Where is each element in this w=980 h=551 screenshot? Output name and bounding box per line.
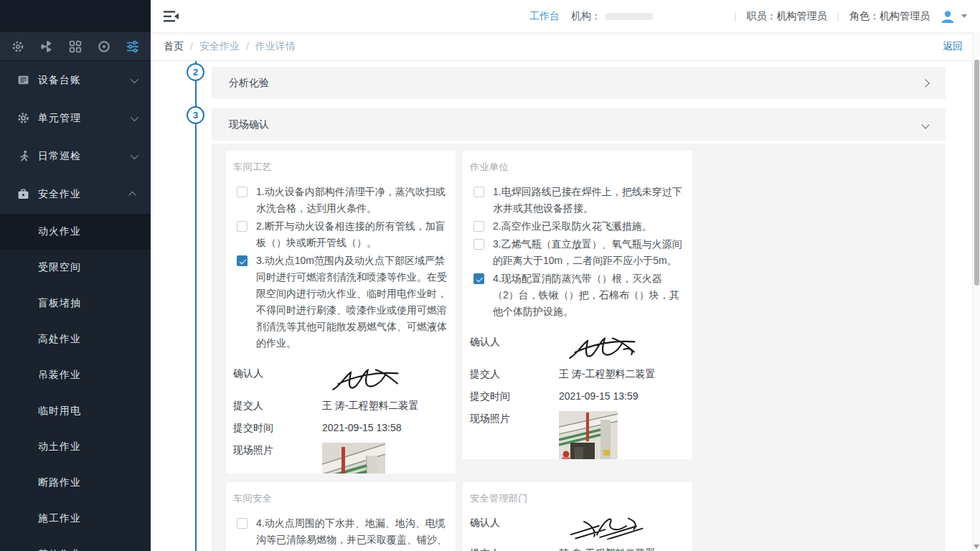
sidebar-logo-area bbox=[0, 0, 151, 32]
subitem-label: 断路作业 bbox=[38, 476, 81, 489]
checklist-item: 3.动火点10m范围内及动火点下部区域严禁同时进行可燃溶剂清洗和喷漆等作业。在受… bbox=[233, 253, 448, 352]
site-photo-label: 现场照片 bbox=[233, 443, 322, 474]
menu-fold-icon[interactable] bbox=[164, 10, 179, 23]
user-avatar-icon[interactable] bbox=[940, 9, 956, 24]
safety-work-submenu: 动火作业 受限空间 盲板堵抽 高处作业 吊装作业 临时用电 动土作业 断路作业 … bbox=[0, 214, 151, 551]
sidebar-item-unit-management[interactable]: 单元管理 bbox=[0, 99, 151, 137]
card-column-right: 作业单位 1.电焊回路线已接在焊件上，把线未穿过下水井或其他设备搭接。 2.高空… bbox=[463, 151, 692, 551]
checklist-item: 2.断开与动火设备相连接的所有管线，加盲板（）块或断开管线（）。 bbox=[233, 218, 448, 251]
breadcrumb-work-detail: 作业详情 bbox=[255, 40, 296, 53]
panel-site-confirmation[interactable]: 现场确认 bbox=[212, 108, 946, 141]
sidebar-item-label: 单元管理 bbox=[38, 112, 131, 125]
card-title: 车间工艺 bbox=[233, 161, 448, 174]
checkbox[interactable] bbox=[237, 187, 248, 197]
submitter-value: 王 涛-工程塑料二装置 bbox=[322, 398, 419, 414]
checklist-item-text: 3.动火点10m范围内及动火点下部区域严禁同时进行可燃溶剂清洗和喷漆等作业。在受… bbox=[256, 253, 448, 352]
target-icon[interactable] bbox=[96, 39, 112, 55]
submit-time-label: 提交时间 bbox=[470, 389, 559, 405]
sidebar-subitem-other[interactable]: 其他作业 bbox=[0, 537, 151, 551]
subitem-label: 动土作业 bbox=[38, 441, 81, 453]
site-photo-row: 现场照片 bbox=[470, 411, 685, 459]
checklist-item-text: 3.乙烯气瓶（直立放置）、氧气瓶与火源间的距离大于10m，二者间距不应小于5m。 bbox=[493, 236, 685, 269]
submitter-label: 提交人 bbox=[470, 546, 559, 551]
checklist-item-text: 1.动火设备内部构件清理干净，蒸汽吹扫或水洗合格，达到用火条件。 bbox=[256, 184, 448, 217]
site-photo-thumbnail[interactable] bbox=[559, 411, 618, 459]
step-2-badge: 2 bbox=[187, 63, 204, 81]
divider: | bbox=[724, 11, 746, 22]
checkbox[interactable] bbox=[237, 518, 248, 529]
sidebar-subitem-road-breaking[interactable]: 断路作业 bbox=[0, 465, 151, 501]
sidebar-item-label: 安全作业 bbox=[38, 188, 131, 201]
subitem-label: 高处作业 bbox=[38, 333, 81, 346]
sidebar-subitem-construction[interactable]: 施工作业 bbox=[0, 501, 151, 537]
patrol-person-icon bbox=[17, 150, 29, 162]
card-workshop-safety: 车间安全 4.动火点周围的下水井、地漏、地沟、电缆沟等已清除易燃物，并已采取覆盖… bbox=[226, 482, 456, 551]
sidebar-subitem-confined-space[interactable]: 受限空间 bbox=[0, 250, 151, 286]
sidebar-item-label: 设备台账 bbox=[38, 74, 131, 87]
sidebar-item-daily-patrol[interactable]: 日常巡检 bbox=[0, 137, 151, 175]
app-window: 设备台账 单元管理 日常巡检 安全作业 bbox=[0, 0, 980, 551]
breadcrumb-safety-work[interactable]: 安全作业 bbox=[199, 40, 240, 53]
apps-icon[interactable] bbox=[67, 39, 83, 55]
subitem-label: 受限空间 bbox=[38, 261, 81, 274]
scrollbar-track[interactable] bbox=[972, 32, 980, 551]
checklist-item-text: 1.电焊回路线已接在焊件上，把线未穿过下水井或其他设备搭接。 bbox=[493, 184, 685, 217]
subitem-label: 其他作业 bbox=[38, 548, 81, 551]
breadcrumb-separator: / bbox=[184, 41, 199, 52]
sidebar-subitem-hot-work[interactable]: 动火作业 bbox=[0, 214, 151, 250]
site-confirmation-body: 车间工艺 1.动火设备内部构件清理干净，蒸汽吹扫或水洗合格，达到用火条件。 2.… bbox=[212, 143, 946, 551]
checkbox[interactable] bbox=[473, 187, 484, 197]
confirm-label: 确认人 bbox=[470, 515, 559, 540]
sliders-icon[interactable] bbox=[125, 39, 141, 55]
sidebar-subitem-work-at-height[interactable]: 高处作业 bbox=[0, 321, 151, 357]
sidebar-subitem-temporary-power[interactable]: 临时用电 bbox=[0, 393, 151, 429]
sidebar-subitem-blind-plate[interactable]: 盲板堵抽 bbox=[0, 286, 151, 321]
panel-analysis-test[interactable]: 分析化验 bbox=[212, 67, 946, 99]
checkbox[interactable] bbox=[237, 255, 248, 266]
settings-icon[interactable] bbox=[10, 39, 26, 55]
chevron-right-icon bbox=[921, 79, 929, 87]
breadcrumb: 首页 / 安全作业 / 作业详情 返回 bbox=[151, 32, 980, 61]
confirm-label: 确认人 bbox=[470, 334, 559, 360]
checkbox[interactable] bbox=[473, 221, 484, 232]
site-photo-thumbnail[interactable] bbox=[322, 443, 385, 474]
breadcrumb-home[interactable]: 首页 bbox=[164, 40, 184, 53]
breadcrumb-separator: / bbox=[240, 41, 255, 52]
confirm-row: 确认人 bbox=[233, 366, 448, 392]
sidebar-item-device-ledger[interactable]: 设备台账 bbox=[0, 61, 151, 99]
checkbox[interactable] bbox=[473, 239, 484, 250]
user-menu-caret-icon[interactable] bbox=[961, 14, 967, 18]
card-fields: 确认人 提交人 韩 鑫-工程塑料二装置 bbox=[470, 515, 685, 551]
card-title: 作业单位 bbox=[470, 161, 685, 174]
scrollbar-down-arrow-icon[interactable] bbox=[974, 545, 979, 549]
workbench-link[interactable]: 工作台 bbox=[529, 10, 560, 23]
sidebar-item-safety-work[interactable]: 安全作业 bbox=[0, 175, 151, 213]
back-button[interactable]: 返回 bbox=[943, 40, 963, 53]
checklist-item-text: 2.断开与动火设备相连接的所有管线，加盲板（）块或断开管线（）。 bbox=[256, 218, 448, 251]
checklist-item: 1.动火设备内部构件清理干净，蒸汽吹扫或水洗合格，达到用火条件。 bbox=[233, 184, 448, 217]
sidebar-subitem-lifting[interactable]: 吊装作业 bbox=[0, 357, 151, 393]
content-area: 2 3 分析化验 现场确认 车间工艺 1.动火设备内部构 bbox=[151, 61, 972, 551]
checkbox[interactable] bbox=[473, 273, 484, 284]
signature-image bbox=[565, 511, 646, 543]
divider: | bbox=[827, 11, 849, 22]
checklist-item: 1.电焊回路线已接在焊件上，把线未穿过下水井或其他设备搭接。 bbox=[470, 184, 685, 217]
sidebar-subitem-earth-moving[interactable]: 动土作业 bbox=[0, 429, 151, 465]
sidebar: 设备台账 单元管理 日常巡检 安全作业 bbox=[0, 0, 151, 551]
card-fields: 确认人 提交人 王 涛-工程塑料二装置 提交时间 bbox=[233, 366, 448, 474]
submit-time-row: 提交时间 2021-09-15 13:59 bbox=[470, 389, 685, 405]
checkbox[interactable] bbox=[237, 221, 248, 232]
scrollbar-thumb[interactable] bbox=[974, 60, 979, 286]
checklist-item: 4.动火点周围的下水井、地漏、地沟、电缆沟等已清除易燃物，并已采取覆盖、铺沙、水… bbox=[233, 515, 448, 551]
checklist-item-text: 4.动火点周围的下水井、地漏、地沟、电缆沟等已清除易燃物，并已采取覆盖、铺沙、水… bbox=[256, 515, 448, 551]
submit-time-label: 提交时间 bbox=[233, 420, 322, 436]
radiation-icon[interactable] bbox=[39, 39, 55, 55]
card-work-unit: 作业单位 1.电焊回路线已接在焊件上，把线未穿过下水井或其他设备搭接。 2.高空… bbox=[463, 151, 692, 459]
top-header: 工作台 机构： | 职员：机构管理员 | 角色：机构管理员 bbox=[151, 0, 980, 32]
submitter-label: 提交人 bbox=[233, 398, 322, 414]
submitter-value: 韩 鑫-工程塑料二装置 bbox=[559, 546, 656, 551]
sidebar-item-label: 日常巡检 bbox=[38, 150, 131, 163]
card-workshop-process: 车间工艺 1.动火设备内部构件清理干净，蒸汽吹扫或水洗合格，达到用火条件。 2.… bbox=[226, 151, 456, 474]
card-title: 安全管理部门 bbox=[470, 492, 685, 505]
sidebar-menu: 设备台账 单元管理 日常巡检 安全作业 bbox=[0, 61, 151, 551]
